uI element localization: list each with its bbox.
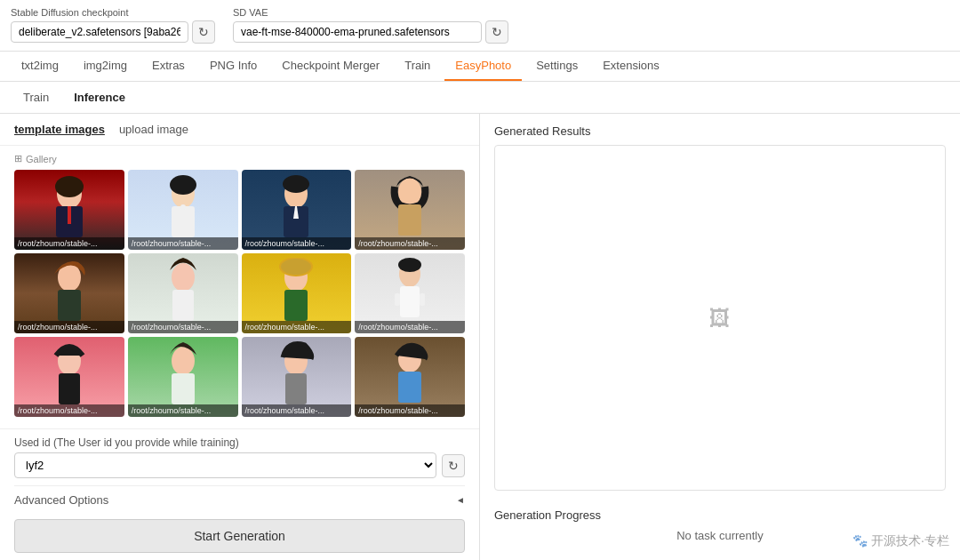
- svg-rect-17: [172, 290, 194, 321]
- vae-label: SD VAE: [233, 7, 508, 18]
- svg-point-16: [172, 263, 195, 292]
- svg-rect-29: [172, 373, 195, 404]
- advanced-options-label: Advanced Options: [14, 493, 108, 507]
- svg-rect-20: [284, 290, 308, 321]
- sub-tab-inference[interactable]: Inference: [65, 87, 134, 108]
- user-id-select[interactable]: lyf2: [14, 452, 436, 478]
- section-tab-template-images[interactable]: template images: [14, 121, 105, 138]
- gallery-item-1[interactable]: /root/zhoumo/stable-...: [128, 170, 238, 250]
- progress-label: Generation Progress: [494, 508, 946, 522]
- svg-rect-25: [420, 293, 425, 306]
- svg-rect-31: [285, 373, 307, 404]
- gallery-item-0-label: /root/zhoumo/stable-...: [14, 237, 124, 250]
- tab-easyphoto[interactable]: EasyPhoto: [444, 52, 522, 81]
- tab-extensions[interactable]: Extensions: [592, 52, 670, 81]
- section-tabs: template images upload image: [0, 114, 479, 146]
- svg-point-12: [398, 178, 421, 206]
- gallery-item-11-label: /root/zhoumo/stable-...: [355, 404, 465, 417]
- main-content: template images upload image ⊞ Gallery: [0, 114, 960, 560]
- gallery-label: ⊞ Gallery: [14, 153, 465, 164]
- bottom-controls: Used id (The User id you provide while t…: [0, 428, 479, 560]
- image-placeholder-icon: 🖼: [709, 306, 731, 331]
- gallery-item-3-label: /root/zhoumo/stable-...: [355, 237, 465, 250]
- advanced-options-icon: ◄: [456, 495, 465, 505]
- gallery-item-2[interactable]: /root/zhoumo/stable-...: [242, 170, 352, 250]
- section-tab-upload-image[interactable]: upload image: [119, 121, 188, 138]
- advanced-options-toggle[interactable]: Advanced Options ◄: [14, 485, 465, 514]
- right-panel: Generated Results 🖼 Generation Progress …: [480, 114, 960, 560]
- svg-rect-27: [59, 373, 80, 404]
- gallery-item-9[interactable]: /root/zhoumo/stable-...: [128, 337, 238, 417]
- gallery-item-7[interactable]: /root/zhoumo/stable-...: [355, 253, 465, 333]
- watermark: 🐾 开源技术·专栏: [852, 533, 949, 549]
- gallery-item-6-label: /root/zhoumo/stable-...: [242, 321, 352, 333]
- nav-tabs: txt2img img2img Extras PNG Info Checkpoi…: [0, 52, 960, 82]
- svg-point-1: [55, 176, 84, 197]
- gallery-item-7-label: /root/zhoumo/stable-...: [355, 321, 465, 333]
- svg-rect-24: [395, 293, 400, 306]
- left-panel: template images upload image ⊞ Gallery: [0, 114, 480, 560]
- svg-point-5: [170, 175, 196, 195]
- gallery-container: ⊞ Gallery /ro: [0, 146, 479, 428]
- svg-point-7: [180, 204, 186, 210]
- gallery-item-4[interactable]: /root/zhoumo/stable-...: [14, 253, 124, 333]
- svg-rect-13: [398, 204, 421, 236]
- gallery-item-5[interactable]: /root/zhoumo/stable-...: [128, 253, 238, 333]
- gallery-item-6[interactable]: /root/zhoumo/stable-...: [242, 253, 352, 333]
- checkpoint-refresh-btn[interactable]: ↻: [192, 20, 215, 44]
- svg-rect-6: [172, 206, 195, 237]
- tab-extras[interactable]: Extras: [141, 52, 196, 81]
- gallery-item-2-label: /root/zhoumo/stable-...: [242, 237, 352, 250]
- user-id-refresh-btn[interactable]: ↻: [442, 454, 465, 477]
- checkpoint-label: Stable Diffusion checkpoint: [11, 7, 215, 18]
- gallery-item-9-label: /root/zhoumo/stable-...: [128, 404, 238, 417]
- svg-point-9: [283, 175, 309, 193]
- gallery-icon: ⊞: [14, 153, 22, 164]
- tab-pnginfo[interactable]: PNG Info: [199, 52, 268, 81]
- svg-point-28: [172, 347, 195, 375]
- gallery-item-8[interactable]: /root/zhoumo/stable-...: [14, 337, 124, 417]
- checkpoint-select[interactable]: deliberate_v2.safetensors [9aba26abdf]: [11, 21, 188, 43]
- svg-point-19: [280, 258, 312, 276]
- user-id-label: Used id (The User id you provide while t…: [14, 436, 465, 449]
- tab-txt2img[interactable]: txt2img: [11, 52, 69, 81]
- tab-checkpoint-merger[interactable]: Checkpoint Merger: [271, 52, 390, 81]
- gallery-item-0[interactable]: /root/zhoumo/stable-...: [14, 170, 124, 250]
- svg-rect-33: [398, 372, 421, 403]
- gallery-item-1-label: /root/zhoumo/stable-...: [128, 237, 238, 250]
- top-bar: Stable Diffusion checkpoint deliberate_v…: [0, 0, 960, 52]
- tab-train[interactable]: Train: [394, 52, 441, 81]
- vae-section: SD VAE vae-ft-mse-840000-ema-pruned.safe…: [233, 7, 508, 44]
- gallery-item-11[interactable]: /root/zhoumo/stable-...: [355, 337, 465, 417]
- gallery-item-5-label: /root/zhoumo/stable-...: [128, 321, 238, 333]
- gallery-grid: /root/zhoumo/stable-... /root/zhoumo/sta…: [14, 170, 465, 417]
- tab-settings[interactable]: Settings: [525, 52, 588, 81]
- svg-rect-23: [400, 286, 420, 317]
- start-generation-button[interactable]: Start Generation: [14, 519, 465, 553]
- gallery-item-4-label: /root/zhoumo/stable-...: [14, 321, 124, 333]
- generated-results-label: Generated Results: [494, 124, 946, 138]
- checkpoint-section: Stable Diffusion checkpoint deliberate_v…: [11, 7, 215, 44]
- user-id-control: lyf2 ↻: [14, 452, 465, 478]
- sub-tabs: Train Inference: [0, 82, 960, 114]
- svg-rect-3: [68, 206, 71, 224]
- svg-rect-15: [58, 290, 81, 321]
- sub-tab-train[interactable]: Train: [14, 87, 58, 108]
- gallery-item-10[interactable]: /root/zhoumo/stable-...: [242, 337, 352, 417]
- gallery-item-10-label: /root/zhoumo/stable-...: [242, 404, 352, 417]
- vae-select[interactable]: vae-ft-mse-840000-ema-pruned.safetensors: [233, 21, 482, 43]
- tab-img2img[interactable]: img2img: [73, 52, 138, 81]
- gallery-item-3[interactable]: /root/zhoumo/stable-...: [355, 170, 465, 250]
- generated-image-placeholder: 🖼: [494, 145, 946, 491]
- svg-point-22: [398, 258, 421, 272]
- vae-refresh-btn[interactable]: ↻: [485, 20, 508, 44]
- gallery-item-8-label: /root/zhoumo/stable-...: [14, 404, 124, 417]
